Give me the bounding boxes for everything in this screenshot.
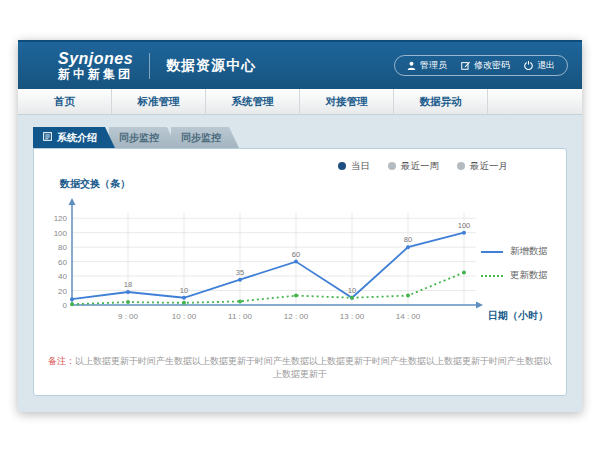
company-logo: Synjones 新中新集团	[58, 50, 133, 81]
svg-text:20: 20	[58, 287, 67, 296]
radio-today[interactable]: 当日	[338, 160, 370, 173]
legend-item-update-data[interactable]: 更新数据	[481, 269, 548, 282]
nav-item-standard-management[interactable]: 标准管理	[112, 89, 206, 114]
time-range-filter: 当日 最近一周 最近一月	[44, 157, 556, 175]
svg-text:11 : 00: 11 : 00	[228, 312, 252, 321]
tab-system-intro[interactable]: 系统介绍	[33, 127, 115, 148]
tab-sync-monitor-2[interactable]: 同步监控	[171, 127, 239, 148]
footnote-prefix: 备注：	[48, 356, 75, 366]
svg-text:10 : 00: 10 : 00	[172, 312, 197, 321]
logout-label: 退出	[537, 59, 555, 72]
solid-line-icon	[481, 251, 503, 253]
y-axis-title: 数据交换（条）	[60, 177, 556, 191]
nav-item-interface-management[interactable]: 对接管理	[300, 89, 394, 114]
change-password-button[interactable]: 修改密码	[461, 59, 510, 72]
svg-text:40: 40	[58, 272, 67, 281]
header-divider	[149, 53, 150, 79]
radio-selected-icon	[338, 162, 346, 170]
radio-last-week[interactable]: 最近一周	[388, 160, 439, 173]
logo-en-label: Synjones	[58, 50, 133, 67]
svg-text:13 : 00: 13 : 00	[340, 312, 365, 321]
svg-text:80: 80	[58, 243, 67, 252]
header: Synjones 新中新集团 数据资源中心 管理员 修改密码	[18, 42, 582, 89]
page-title: 数据资源中心	[166, 57, 256, 75]
chart-canvas: 0204060801001209 : 0010 : 0011 : 0012 : …	[44, 193, 496, 339]
tab-sync-monitor-2-label: 同步监控	[181, 132, 221, 143]
nav-item-data-change[interactable]: 数据异动	[394, 89, 488, 114]
svg-text:10: 10	[180, 286, 188, 295]
dotted-line-icon	[481, 275, 503, 277]
content-area: 系统介绍 同步监控 同步监控 当日 最近一周	[18, 115, 582, 412]
footnote-text: 以上数据更新于时间产生数据以上数据更新于时间产生数据以上数据更新于时间产生数据以…	[75, 356, 552, 379]
svg-text:18: 18	[124, 280, 132, 289]
legend-item-new-data[interactable]: 新增数据	[481, 245, 548, 258]
svg-text:10: 10	[348, 286, 356, 295]
logout-button[interactable]: 退出	[524, 59, 555, 72]
svg-text:80: 80	[404, 235, 412, 244]
tab-sync-monitor-1[interactable]: 同步监控	[109, 127, 177, 148]
edit-icon	[461, 61, 470, 70]
document-icon	[43, 127, 52, 148]
tab-sync-monitor-1-label: 同步监控	[119, 132, 159, 143]
legend-new-data-label: 新增数据	[510, 245, 548, 258]
footnote: 备注：以上数据更新于时间产生数据以上数据更新于时间产生数据以上数据更新于时间产生…	[44, 355, 556, 381]
current-user-label: 管理员	[420, 59, 447, 72]
svg-text:14 : 00: 14 : 00	[396, 312, 421, 321]
tab-bar: 系统介绍 同步监控 同步监控	[33, 127, 567, 148]
radio-last-month-label: 最近一月	[470, 160, 508, 173]
radio-unselected-icon	[457, 162, 465, 170]
line-chart: 0204060801001209 : 0010 : 0011 : 0012 : …	[44, 193, 556, 339]
svg-text:100: 100	[458, 221, 471, 230]
legend-update-data-label: 更新数据	[510, 269, 548, 282]
change-password-label: 修改密码	[474, 59, 510, 72]
svg-text:100: 100	[54, 229, 68, 238]
radio-last-month[interactable]: 最近一月	[457, 160, 508, 173]
svg-text:35: 35	[236, 268, 244, 277]
svg-text:120: 120	[54, 214, 68, 223]
svg-text:9 : 00: 9 : 00	[118, 312, 139, 321]
x-axis-title: 日期（小时）	[488, 309, 548, 323]
chart-panel: 当日 最近一周 最近一月 数据交换（条） 0204060801001209 : …	[33, 148, 567, 396]
svg-text:0: 0	[63, 301, 68, 310]
user-actions: 管理员 修改密码 退出	[394, 55, 568, 76]
radio-today-label: 当日	[351, 160, 370, 173]
logo-text-cn: 新中新集团	[58, 68, 133, 81]
radio-unselected-icon	[388, 162, 396, 170]
radio-last-week-label: 最近一周	[401, 160, 439, 173]
user-icon	[407, 61, 416, 70]
svg-text:60: 60	[58, 258, 67, 267]
nav-item-home[interactable]: 首页	[18, 89, 112, 114]
logo-text-en: Synjones	[58, 50, 133, 68]
power-icon	[524, 61, 533, 70]
chart-legend: 新增数据 更新数据	[481, 245, 548, 293]
svg-text:60: 60	[292, 250, 300, 259]
nav-item-system-management[interactable]: 系统管理	[206, 89, 300, 114]
main-nav: 首页 标准管理 系统管理 对接管理 数据异动	[18, 89, 582, 115]
app-window: Synjones 新中新集团 数据资源中心 管理员 修改密码	[18, 40, 582, 412]
tab-system-intro-label: 系统介绍	[57, 127, 97, 148]
svg-text:12 : 00: 12 : 00	[284, 312, 309, 321]
current-user-button[interactable]: 管理员	[407, 59, 447, 72]
